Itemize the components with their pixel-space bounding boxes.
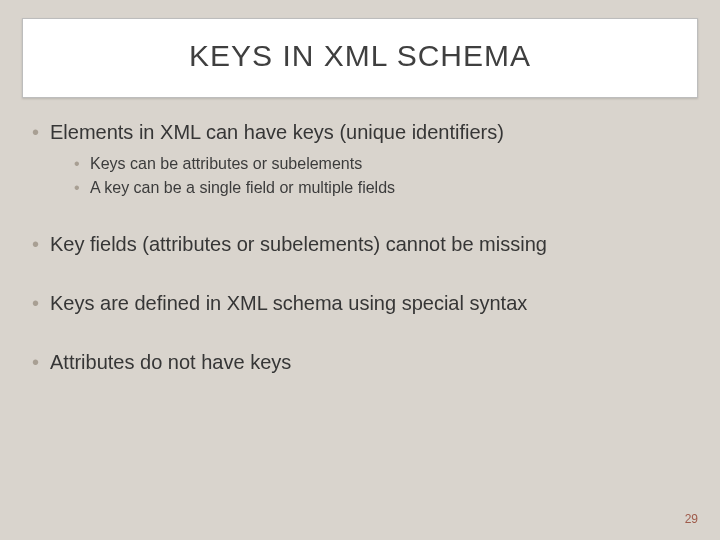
sub-bullet-item: A key can be a single field or multiple … [74,177,690,199]
slide-content: Elements in XML can have keys (unique id… [0,98,720,375]
sub-bullet-item: Keys can be attributes or subelements [74,153,690,175]
bullet-item: Key fields (attributes or subelements) c… [30,232,690,257]
title-box: KEYS IN XML SCHEMA [22,18,698,98]
sub-bullet-list: Keys can be attributes or subelements A … [50,153,690,198]
bullet-item: Attributes do not have keys [30,350,690,375]
page-number: 29 [685,512,698,526]
bullet-item: Keys are defined in XML schema using spe… [30,291,690,316]
bullet-item: Elements in XML can have keys (unique id… [30,120,690,198]
slide-title: KEYS IN XML SCHEMA [33,39,687,73]
bullet-text: Elements in XML can have keys (unique id… [50,121,504,143]
bullet-list: Elements in XML can have keys (unique id… [30,120,690,375]
